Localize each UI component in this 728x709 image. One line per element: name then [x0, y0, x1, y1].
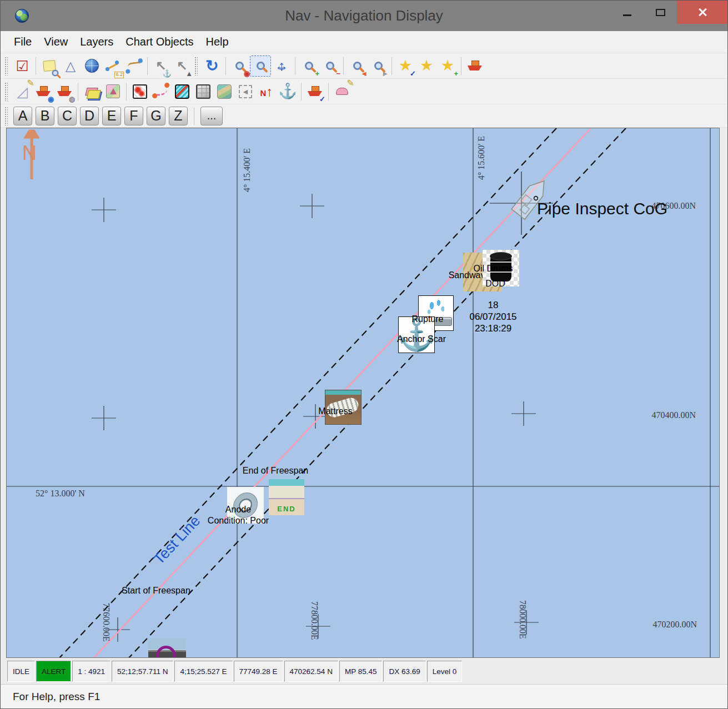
toolbar-grip[interactable]	[4, 107, 8, 125]
menu-bar: File View Layers Chart Objects Help	[1, 31, 727, 53]
end-of-freespan-label: End of Freespan	[243, 466, 308, 476]
events-layer-button[interactable]	[129, 81, 150, 102]
fix-time: 23:18:29	[469, 323, 516, 334]
zoom-out-icon: −	[321, 57, 339, 75]
corridor-layer-button[interactable]	[172, 81, 193, 102]
measure-compass-button[interactable]: △	[60, 56, 81, 77]
start-of-freespan-marker-icon[interactable]	[148, 638, 186, 658]
anode-label: Anode	[225, 505, 251, 515]
fix-number: 18	[469, 299, 516, 311]
app-window: Nav - Navigation Display File View Layer…	[0, 0, 728, 709]
vessel-select-icon: ✓	[306, 83, 324, 100]
zoom-target-button[interactable]: ◉	[229, 56, 250, 77]
easting-label-1: 77600.00E	[101, 603, 111, 642]
document-search-button[interactable]	[39, 56, 60, 77]
letter-D-button[interactable]: D	[80, 107, 99, 125]
cursor-select-tool-button[interactable]: ↖▲	[172, 56, 193, 77]
chart-edit-button[interactable]: ✎	[332, 81, 353, 102]
chart-display-button[interactable]	[102, 81, 123, 102]
zoom-previous-button[interactable]: ◄	[347, 56, 368, 77]
measure-distance-icon: 6.2	[104, 57, 122, 75]
help-text: For Help, press F1	[13, 691, 100, 703]
toolbar-separator	[225, 57, 226, 75]
close-button[interactable]	[677, 1, 727, 24]
measure-compass-icon: △	[62, 57, 79, 75]
vessel-tracking-button[interactable]	[464, 56, 485, 77]
zoom-window-button[interactable]	[250, 56, 271, 77]
vessel-radar-button[interactable]: ◍	[54, 81, 75, 102]
vessel-label: Pipe Inspect CoG	[537, 199, 667, 218]
anode-condition-label: Condition: Poor	[208, 516, 269, 526]
more-letters-button[interactable]: ...	[200, 107, 223, 125]
toolbar-separator	[328, 83, 329, 100]
layers-manager-icon	[83, 83, 101, 100]
survey-checklist-button[interactable]: ☑	[12, 56, 33, 77]
toolbar-grip[interactable]	[4, 82, 8, 101]
toolbar-separator	[301, 83, 302, 100]
letter-F-button[interactable]: F	[124, 107, 143, 125]
anchor-tool-icon: ⚓	[279, 83, 297, 100]
minimize-button[interactable]	[610, 1, 644, 24]
favorite-button[interactable]: ★	[416, 56, 437, 77]
menu-help[interactable]: Help	[200, 36, 235, 48]
measure-distance-button[interactable]: 6.2	[102, 56, 123, 77]
vessel-radar-icon: ◍	[56, 83, 73, 100]
plan-edit-button[interactable]: ◿✎	[12, 81, 33, 102]
letter-A-button[interactable]: A	[13, 107, 32, 125]
letter-Z-button[interactable]: Z	[169, 107, 188, 125]
background-chart-button[interactable]	[214, 81, 235, 102]
menu-chart-objects[interactable]: Chart Objects	[119, 36, 199, 48]
status-bar: IDLEALERT1 : 492152;12;57.711 N4;15;25.5…	[7, 660, 462, 682]
edit-route-points-button[interactable]	[123, 56, 144, 77]
corridor-layer-icon	[173, 83, 191, 100]
layers-manager-button[interactable]	[81, 81, 102, 102]
refresh-icon: ↻	[203, 57, 221, 75]
end-of-freespan-marker-icon[interactable]: END	[269, 479, 304, 515]
title-bar[interactable]: Nav - Navigation Display	[1, 1, 727, 31]
refresh-button[interactable]: ↻	[202, 56, 223, 77]
pan-button[interactable]: ↔↕	[271, 56, 292, 77]
toolbar-grip[interactable]	[194, 57, 198, 76]
anchor-tool-button[interactable]: ⚓	[277, 81, 298, 102]
lat-label: 52° 13.000' N	[36, 489, 85, 499]
edit-route-points-icon	[125, 57, 143, 75]
cursor-anchor-tool-button[interactable]: ↖⚓	[150, 56, 172, 77]
letter-C-button[interactable]: C	[58, 107, 77, 125]
maximize-button[interactable]	[644, 1, 677, 24]
cursor-position-icon: ◄	[237, 83, 254, 100]
cursor-position-button[interactable]: ◄	[235, 81, 256, 102]
chart-edit-icon: ✎	[333, 83, 351, 100]
menu-view[interactable]: View	[38, 36, 74, 48]
pan-icon: ↔↕	[273, 57, 290, 75]
menu-file[interactable]: File	[8, 36, 38, 48]
start-of-freespan-label: Start of Freespan	[122, 586, 190, 596]
zoom-next-button[interactable]: ►	[368, 56, 389, 77]
menu-layers[interactable]: Layers	[74, 36, 119, 48]
route-layer-button[interactable]	[150, 81, 172, 102]
fix-date: 06/07/2015	[469, 311, 516, 323]
status-cell-dx-63-69: DX 63.69	[383, 661, 425, 682]
cursor-anchor-tool-icon: ↖⚓	[152, 57, 170, 75]
close-icon	[697, 7, 707, 17]
letter-G-button[interactable]: G	[147, 107, 165, 125]
toolbar-grip[interactable]	[4, 57, 8, 76]
letter-B-button[interactable]: B	[36, 107, 54, 125]
status-cell-mp-85-45: MP 85.45	[339, 661, 383, 682]
vessel-monitor-button[interactable]: ◉	[33, 81, 54, 102]
vessel-monitor-icon: ◉	[34, 83, 52, 100]
zoom-in-button[interactable]: +	[298, 56, 319, 77]
toolbar-separator	[36, 57, 36, 75]
north-up-button[interactable]: N↑	[256, 81, 277, 102]
letter-E-button[interactable]: E	[102, 107, 121, 125]
vessel-select-button[interactable]: ✓	[304, 81, 325, 102]
route-layer-icon	[152, 83, 170, 100]
zoom-out-button[interactable]: −	[319, 56, 340, 77]
grid-layer-button[interactable]	[193, 81, 214, 102]
corridor-left-boundary	[59, 128, 556, 658]
globe-projection-button[interactable]	[81, 56, 102, 77]
favorite-checked-button[interactable]: ★✓	[395, 56, 416, 77]
chart-view[interactable]: 4° 15.400' E 4° 15.600' E 52° 13.000' N …	[6, 128, 720, 658]
zoom-window-icon	[252, 57, 269, 75]
favorite-add-button[interactable]: ★+	[437, 56, 458, 77]
end-badge: END	[277, 505, 295, 513]
